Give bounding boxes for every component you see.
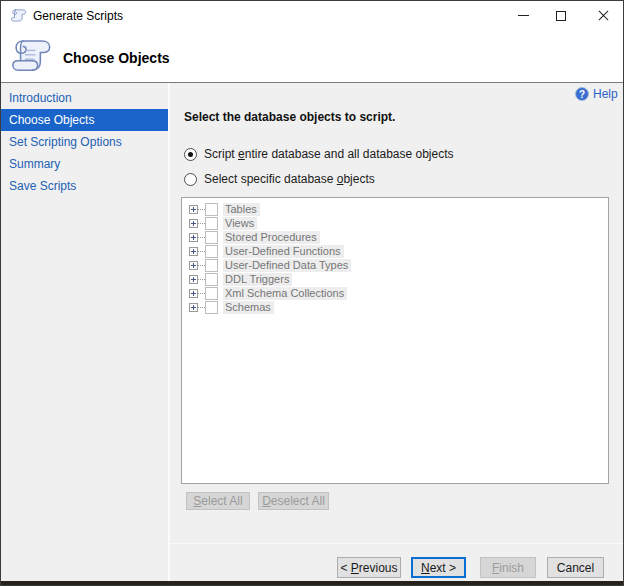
tree-connector [198, 237, 205, 238]
checkbox [205, 231, 218, 244]
wizard-steps-sidebar: Introduction Choose Objects Set Scriptin… [1, 87, 168, 197]
help-label: Help [593, 87, 618, 101]
radio-label: Script entire database and all database … [204, 147, 454, 161]
previous-button[interactable]: < Previous [337, 557, 401, 578]
checkbox [205, 217, 218, 230]
tree-connector [198, 307, 205, 308]
finish-button: Finish [480, 557, 536, 578]
expand-icon [189, 261, 198, 270]
window-bottom-edge [1, 581, 623, 586]
tree-connector [198, 293, 205, 294]
close-icon [597, 9, 610, 22]
expand-icon [189, 205, 198, 214]
header-separator [1, 82, 623, 83]
radio-button-icon[interactable] [184, 173, 197, 186]
checkbox [205, 287, 218, 300]
expand-icon [189, 219, 198, 228]
checkbox [205, 203, 218, 216]
maximize-button[interactable] [544, 1, 578, 30]
radio-button-icon[interactable] [184, 148, 197, 161]
tree-item-views: Views [182, 216, 608, 230]
next-button[interactable]: Next > [411, 557, 466, 578]
tree-item-tables: Tables [182, 202, 608, 216]
checkbox [205, 259, 218, 272]
generate-scripts-window: Generate Scripts Choose Objects [0, 0, 624, 586]
instruction-text: Select the database objects to script. [184, 110, 395, 124]
object-tree: Tables Views Stored Procedures User-Defi… [181, 197, 609, 484]
expand-icon [189, 303, 198, 312]
cancel-button[interactable]: Cancel [547, 557, 604, 578]
tree-item-xml-schema-collections: Xml Schema Collections [182, 286, 608, 300]
sidebar-item-choose-objects[interactable]: Choose Objects [1, 109, 168, 131]
expand-icon [189, 289, 198, 298]
page-title: Choose Objects [63, 50, 170, 66]
script-scroll-icon [10, 8, 27, 24]
radio-select-specific-objects[interactable]: Select specific database objects [184, 172, 375, 186]
deselect-all-button: Deselect All [258, 492, 329, 510]
sidebar-item-save-scripts[interactable]: Save Scripts [1, 175, 168, 197]
sidebar-item-set-scripting-options[interactable]: Set Scripting Options [1, 131, 168, 153]
expand-icon [189, 275, 198, 284]
radio-script-entire-database[interactable]: Script entire database and all database … [184, 147, 454, 161]
checkbox [205, 301, 218, 314]
footer-separator [170, 543, 624, 544]
minimize-icon [518, 15, 529, 16]
tree-item-stored-procedures: Stored Procedures [182, 230, 608, 244]
tree-connector [198, 223, 205, 224]
help-link[interactable]: ? Help [575, 87, 618, 101]
tree-item-schemas: Schemas [182, 300, 608, 314]
tree-connector [198, 265, 205, 266]
checkbox [205, 245, 218, 258]
tree-connector [198, 251, 205, 252]
minimize-button[interactable] [506, 1, 540, 30]
sidebar-divider [168, 83, 170, 581]
close-button[interactable] [586, 1, 620, 30]
script-scroll-icon [9, 37, 53, 77]
tree-item-ddl-triggers: DDL Triggers [182, 272, 608, 286]
select-all-button: Select All [186, 492, 250, 510]
checkbox [205, 273, 218, 286]
sidebar-item-introduction[interactable]: Introduction [1, 87, 168, 109]
tree-connector [198, 209, 205, 210]
tree-item-user-defined-data-types: User-Defined Data Types [182, 258, 608, 272]
titlebar[interactable]: Generate Scripts [1, 1, 623, 31]
help-icon: ? [575, 87, 589, 101]
window-title: Generate Scripts [33, 9, 123, 23]
expand-icon [189, 233, 198, 242]
tree-item-user-defined-functions: User-Defined Functions [182, 244, 608, 258]
sidebar-item-summary[interactable]: Summary [1, 153, 168, 175]
expand-icon [189, 247, 198, 256]
maximize-icon [556, 11, 566, 21]
tree-connector [198, 279, 205, 280]
radio-label: Select specific database objects [204, 172, 375, 186]
